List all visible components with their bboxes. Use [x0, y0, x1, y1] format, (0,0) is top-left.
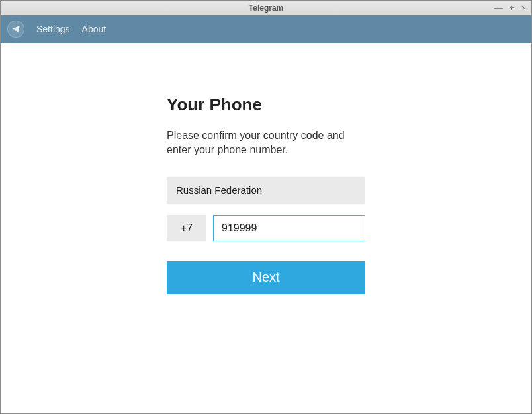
next-button[interactable]: Next: [167, 261, 365, 294]
phone-number-input[interactable]: [213, 215, 365, 241]
window-controls: — + ×: [494, 3, 526, 12]
maximize-button[interactable]: +: [510, 3, 515, 12]
app-window: Telegram — + × Settings About Your Phone…: [0, 0, 532, 414]
country-code-input[interactable]: [167, 215, 206, 241]
menubar: Settings About: [1, 15, 531, 43]
close-button[interactable]: ×: [521, 3, 526, 12]
menu-about[interactable]: About: [82, 24, 107, 34]
content-area: Your Phone Please confirm your country c…: [1, 43, 531, 413]
phone-row: [167, 215, 365, 241]
window-title: Telegram: [1, 3, 531, 13]
menu-settings[interactable]: Settings: [36, 24, 70, 34]
country-label: Russian Federation: [176, 185, 262, 196]
page-instruction: Please confirm your country code and ent…: [167, 128, 365, 158]
minimize-button[interactable]: —: [494, 3, 503, 12]
page-heading: Your Phone: [167, 95, 365, 115]
telegram-icon: [7, 21, 24, 38]
login-panel: Your Phone Please confirm your country c…: [167, 95, 365, 413]
titlebar[interactable]: Telegram — + ×: [1, 1, 531, 15]
country-selector[interactable]: Russian Federation: [167, 177, 365, 204]
